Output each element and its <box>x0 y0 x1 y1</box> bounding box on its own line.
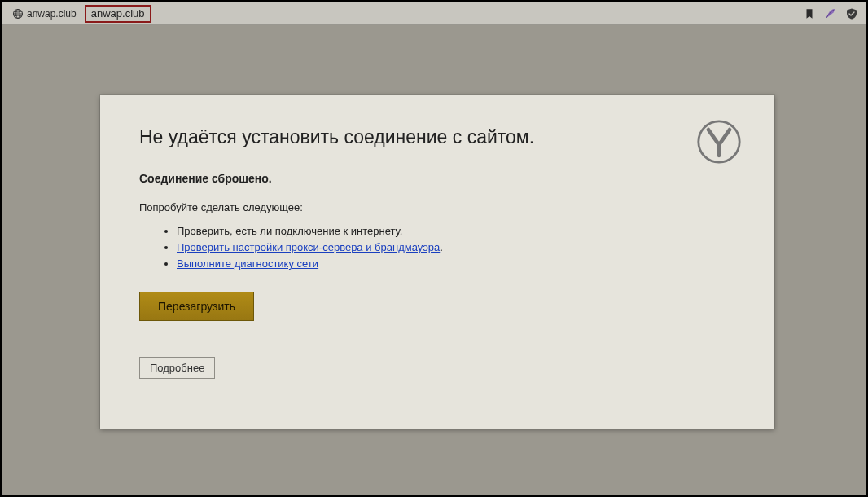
list-item: Выполните диагностику сети <box>177 256 735 272</box>
error-suggestion-list: Проверить, есть ли подключение к интерне… <box>177 223 735 272</box>
address-bar: anwap.club anwap.club <box>2 2 866 25</box>
feather-icon[interactable] <box>822 5 840 23</box>
tab-label[interactable]: anwap.club <box>7 7 81 21</box>
page-viewport: Не удаётся установить соединение с сайто… <box>2 25 866 495</box>
details-button[interactable]: Подробнее <box>139 357 215 379</box>
error-subheading: Соединение сброшено. <box>139 172 735 185</box>
bookmark-icon[interactable] <box>800 5 818 23</box>
error-heading: Не удаётся установить соединение с сайто… <box>139 125 735 149</box>
shield-icon[interactable] <box>843 5 861 23</box>
list-item: Проверить, есть ли подключение к интерне… <box>177 223 735 240</box>
error-card: Не удаётся установить соединение с сайто… <box>100 95 774 429</box>
list-item: Проверить настройки прокси-сервера и бра… <box>177 240 735 256</box>
list-item-text: Проверить, есть ли подключение к интерне… <box>177 225 402 237</box>
list-item-trailing: . <box>440 241 443 253</box>
yandex-logo-icon <box>696 119 742 165</box>
browser-window: anwap.club anwap.club <box>2 2 866 495</box>
tab-title-text: anwap.club <box>27 8 77 20</box>
proxy-firewall-link[interactable]: Проверить настройки прокси-сервера и бра… <box>177 241 440 253</box>
error-try-label: Попробуйте сделать следующее: <box>139 201 735 213</box>
reload-button[interactable]: Перезагрузить <box>139 292 254 321</box>
url-text: anwap.club <box>91 7 145 20</box>
globe-icon <box>12 8 24 20</box>
network-diagnostics-link[interactable]: Выполните диагностику сети <box>177 257 318 270</box>
url-input[interactable]: anwap.club <box>85 5 151 23</box>
